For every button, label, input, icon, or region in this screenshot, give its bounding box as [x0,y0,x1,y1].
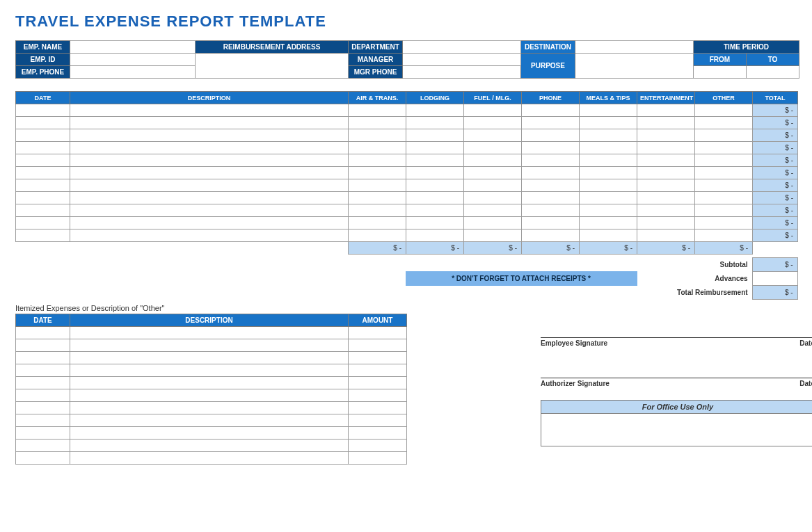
expense-cell[interactable] [637,192,695,204]
expense-cell[interactable] [522,117,580,129]
itemized-cell[interactable] [70,427,349,440]
itemized-cell[interactable] [70,402,349,414]
expense-cell[interactable] [522,154,580,167]
expense-cell[interactable] [349,229,406,242]
department-field[interactable] [403,41,521,54]
itemized-cell[interactable] [349,339,407,352]
expense-cell[interactable] [464,192,522,204]
expense-cell[interactable] [349,192,406,204]
expense-cell[interactable] [16,142,70,154]
itemized-cell[interactable] [70,452,349,465]
itemized-cell[interactable] [16,427,70,440]
itemized-cell[interactable] [70,364,349,377]
expense-cell[interactable] [580,192,637,204]
expense-cell[interactable] [637,204,695,217]
office-use-body[interactable] [541,414,812,446]
expense-cell[interactable] [16,217,70,229]
expense-cell[interactable] [70,142,349,154]
expense-cell[interactable] [522,104,580,117]
expense-cell[interactable] [406,229,464,242]
expense-cell[interactable] [637,129,695,142]
expense-cell[interactable] [349,217,406,229]
itemized-cell[interactable] [70,339,349,352]
itemized-cell[interactable] [349,427,407,440]
itemized-cell[interactable] [16,352,70,364]
expense-cell[interactable] [637,167,695,179]
employee-signature-line[interactable]: Employee Signature Date [541,337,812,347]
expense-cell[interactable] [522,142,580,154]
expense-cell[interactable] [637,104,695,117]
expense-cell[interactable] [16,154,70,167]
expense-cell[interactable] [695,129,753,142]
purpose-field[interactable] [575,54,694,79]
from-field[interactable] [694,66,747,79]
expense-cell[interactable] [70,229,349,242]
expense-cell[interactable] [16,117,70,129]
itemized-cell[interactable] [349,364,407,377]
expense-cell[interactable] [522,217,580,229]
expense-cell[interactable] [637,154,695,167]
expense-cell[interactable] [522,129,580,142]
expense-cell[interactable] [580,154,637,167]
itemized-cell[interactable] [16,452,70,465]
expense-cell[interactable] [70,179,349,192]
itemized-cell[interactable] [16,389,70,402]
expense-cell[interactable] [16,204,70,217]
expense-cell[interactable] [349,179,406,192]
expense-cell[interactable] [406,154,464,167]
expense-cell[interactable] [70,129,349,142]
expense-cell[interactable] [522,192,580,204]
expense-cell[interactable] [406,142,464,154]
expense-cell[interactable] [349,117,406,129]
expense-cell[interactable] [695,204,753,217]
expense-cell[interactable] [16,229,70,242]
expense-cell[interactable] [70,167,349,179]
itemized-cell[interactable] [16,339,70,352]
itemized-cell[interactable] [70,389,349,402]
expense-cell[interactable] [406,117,464,129]
expense-cell[interactable] [580,167,637,179]
expense-cell[interactable] [406,204,464,217]
itemized-cell[interactable] [16,364,70,377]
expense-cell[interactable] [637,179,695,192]
expense-cell[interactable] [406,167,464,179]
expense-cell[interactable] [464,104,522,117]
expense-cell[interactable] [464,217,522,229]
itemized-cell[interactable] [16,377,70,389]
expense-cell[interactable] [637,217,695,229]
expense-cell[interactable] [349,142,406,154]
advances-value[interactable] [752,272,797,286]
expense-cell[interactable] [695,154,753,167]
expense-cell[interactable] [695,117,753,129]
itemized-cell[interactable] [70,414,349,427]
expense-cell[interactable] [349,167,406,179]
itemized-cell[interactable] [349,327,407,339]
expense-cell[interactable] [464,229,522,242]
expense-cell[interactable] [522,179,580,192]
expense-cell[interactable] [695,104,753,117]
itemized-cell[interactable] [349,452,407,465]
expense-cell[interactable] [695,217,753,229]
itemized-cell[interactable] [70,327,349,339]
expense-cell[interactable] [637,117,695,129]
expense-cell[interactable] [406,217,464,229]
expense-cell[interactable] [464,179,522,192]
itemized-cell[interactable] [70,440,349,452]
expense-cell[interactable] [580,217,637,229]
expense-cell[interactable] [580,129,637,142]
expense-cell[interactable] [464,167,522,179]
expense-cell[interactable] [70,217,349,229]
expense-cell[interactable] [70,117,349,129]
expense-cell[interactable] [580,117,637,129]
itemized-cell[interactable] [349,389,407,402]
expense-cell[interactable] [349,104,406,117]
itemized-cell[interactable] [16,402,70,414]
itemized-cell[interactable] [349,414,407,427]
expense-cell[interactable] [406,129,464,142]
itemized-cell[interactable] [349,440,407,452]
expense-cell[interactable] [522,204,580,217]
expense-cell[interactable] [580,104,637,117]
expense-cell[interactable] [406,192,464,204]
expense-cell[interactable] [70,192,349,204]
manager-field[interactable] [403,54,521,66]
